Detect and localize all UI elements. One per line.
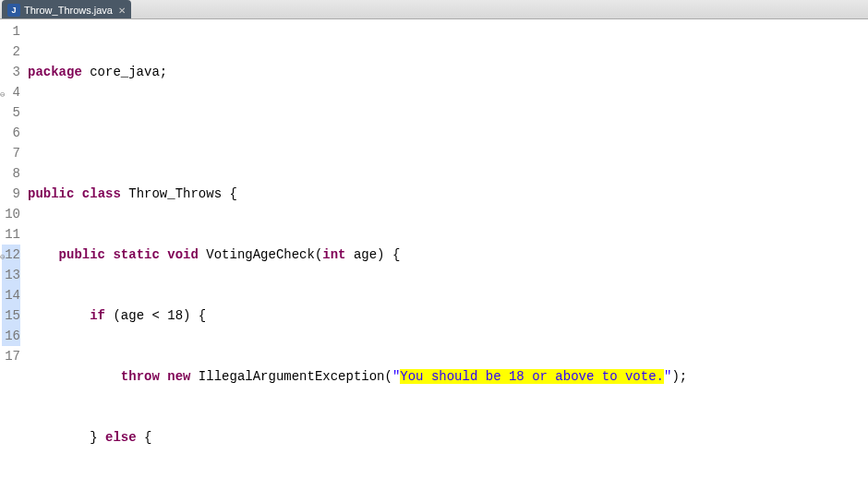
line-number: ⊖4	[2, 82, 20, 102]
line-number-gutter: 1 2 3 ⊖4 5 6 7 8 9 10 11 ⊖12 13 14 15 16…	[0, 19, 28, 490]
line-number: 2	[2, 42, 20, 62]
line-number: 10	[2, 204, 20, 224]
line-number: 16	[2, 326, 20, 346]
line-number: 6	[2, 123, 20, 143]
line-number: 3	[2, 62, 20, 82]
line-number: 8	[2, 163, 20, 184]
close-icon[interactable]: ✕	[118, 6, 126, 16]
editor-tab-bar: J Throw_Throws.java ✕	[0, 0, 868, 19]
line-number: 14	[2, 285, 20, 305]
code-area[interactable]: package core_java; public class Throw_Th…	[28, 19, 868, 490]
editor[interactable]: 1 2 3 ⊖4 5 6 7 8 9 10 11 ⊖12 13 14 15 16…	[0, 19, 868, 490]
line-number: ⊖12	[2, 245, 20, 265]
editor-tab[interactable]: J Throw_Throws.java ✕	[2, 0, 131, 18]
line-number: 1	[2, 21, 20, 42]
line-number: 11	[2, 224, 20, 245]
line-number: 7	[2, 143, 20, 163]
java-file-icon: J	[7, 4, 20, 17]
line-number: 17	[2, 346, 20, 366]
highlighted-string: You should be 18 or above to vote.	[400, 369, 664, 384]
line-number: 9	[2, 184, 20, 204]
editor-tab-label: Throw_Throws.java	[24, 5, 113, 16]
line-number: 5	[2, 102, 20, 123]
line-number: 15	[2, 305, 20, 326]
line-number: 13	[2, 265, 20, 285]
